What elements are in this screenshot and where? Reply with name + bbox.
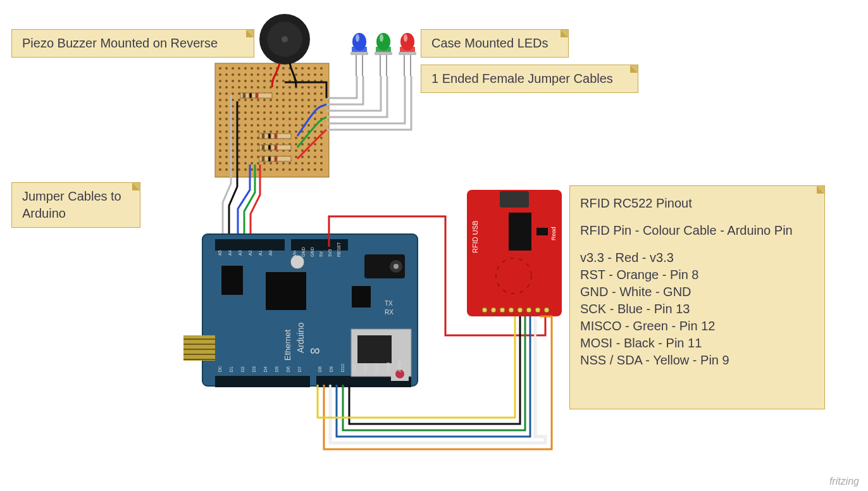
- svg-rect-296: [268, 134, 271, 139]
- svg-point-36: [225, 80, 228, 82]
- svg-point-237: [314, 149, 316, 152]
- svg-point-130: [282, 111, 285, 114]
- svg-point-193: [251, 137, 253, 139]
- svg-point-1: [219, 67, 221, 70]
- svg-point-58: [257, 86, 259, 89]
- svg-rect-301: [275, 145, 277, 150]
- svg-point-258: [232, 162, 234, 165]
- svg-point-42: [263, 80, 266, 82]
- svg-point-236: [307, 149, 310, 152]
- svg-point-178: [263, 130, 266, 133]
- svg-text:D5: D5: [275, 366, 279, 372]
- svg-point-222: [219, 149, 221, 152]
- svg-rect-334: [357, 335, 392, 363]
- led-green: [375, 33, 392, 76]
- svg-point-5: [244, 67, 247, 70]
- svg-point-13: [295, 67, 297, 70]
- rfid-module: RFID USB Read: [467, 190, 562, 316]
- svg-point-385: [500, 308, 505, 313]
- svg-point-154: [219, 124, 221, 127]
- svg-text:D7: D7: [297, 366, 302, 372]
- svg-point-254: [314, 156, 316, 158]
- svg-point-126: [257, 111, 259, 114]
- svg-rect-304: [268, 156, 271, 161]
- svg-point-44: [276, 80, 278, 82]
- arduino-board: Arduino Ethernet ∞ TX RX A5A4A3A2A1A0Vin…: [183, 234, 418, 387]
- svg-point-265: [276, 162, 278, 165]
- svg-text:GND: GND: [310, 247, 314, 257]
- svg-point-384: [491, 308, 496, 313]
- svg-rect-291: [243, 93, 245, 98]
- svg-point-6: [251, 67, 253, 70]
- svg-rect-293: [256, 93, 258, 98]
- svg-point-210: [251, 143, 253, 146]
- svg-point-285: [295, 168, 297, 171]
- svg-point-66: [307, 86, 310, 89]
- svg-point-149: [295, 118, 297, 120]
- svg-point-194: [257, 137, 259, 139]
- svg-point-388: [526, 308, 531, 313]
- svg-text:A3: A3: [238, 250, 242, 256]
- svg-point-87: [225, 99, 228, 101]
- svg-point-241: [232, 156, 234, 158]
- svg-point-59: [263, 86, 266, 89]
- svg-point-84: [314, 92, 316, 95]
- svg-point-115: [295, 105, 297, 108]
- svg-rect-303: [262, 156, 264, 161]
- svg-point-53: [225, 86, 228, 89]
- svg-point-100: [307, 99, 310, 101]
- svg-point-16: [314, 67, 316, 70]
- svg-point-160: [257, 124, 259, 127]
- svg-point-186: [314, 130, 316, 133]
- svg-point-141: [244, 118, 247, 120]
- svg-point-280: [263, 168, 266, 171]
- svg-point-71: [232, 92, 234, 95]
- svg-point-110: [263, 105, 266, 108]
- svg-point-163: [276, 124, 278, 127]
- svg-point-208: [238, 143, 240, 146]
- svg-point-90: [244, 99, 247, 101]
- svg-point-279: [257, 168, 259, 171]
- svg-point-120: [219, 111, 221, 114]
- svg-point-137: [219, 118, 221, 120]
- svg-rect-381: [536, 228, 548, 235]
- svg-point-273: [219, 168, 221, 171]
- svg-text:3V3: 3V3: [328, 249, 332, 257]
- rx-label: RX: [385, 309, 394, 316]
- svg-point-128: [270, 111, 272, 114]
- led-blue: [350, 33, 368, 76]
- svg-point-261: [251, 162, 253, 165]
- svg-point-91: [251, 99, 253, 101]
- svg-rect-378: [467, 190, 562, 316]
- svg-point-56: [244, 86, 247, 89]
- infinity-label: ∞: [310, 342, 320, 358]
- svg-point-245: [257, 156, 259, 158]
- svg-point-31: [301, 73, 304, 76]
- svg-rect-341: [221, 266, 243, 295]
- svg-point-38: [238, 80, 240, 82]
- svg-point-80: [288, 92, 291, 95]
- svg-text:GND: GND: [386, 362, 390, 372]
- svg-text:D13: D13: [375, 364, 379, 372]
- svg-point-69: [219, 92, 221, 95]
- svg-point-29: [288, 73, 291, 76]
- svg-point-24: [257, 73, 259, 76]
- svg-point-11: [282, 67, 285, 70]
- svg-point-33: [314, 73, 316, 76]
- svg-point-148: [288, 118, 291, 120]
- svg-point-217: [295, 143, 297, 146]
- svg-point-145: [270, 118, 272, 120]
- svg-point-143: [257, 118, 259, 120]
- svg-point-125: [251, 111, 253, 114]
- led-red: [399, 33, 416, 76]
- svg-point-205: [219, 143, 221, 146]
- svg-point-256: [219, 162, 221, 165]
- svg-point-89: [238, 99, 240, 101]
- svg-point-32: [307, 73, 310, 76]
- svg-rect-331: [215, 376, 310, 387]
- svg-point-251: [295, 156, 297, 158]
- svg-point-97: [288, 99, 291, 101]
- svg-point-192: [244, 137, 247, 139]
- svg-point-45: [282, 80, 285, 82]
- svg-point-228: [257, 149, 259, 152]
